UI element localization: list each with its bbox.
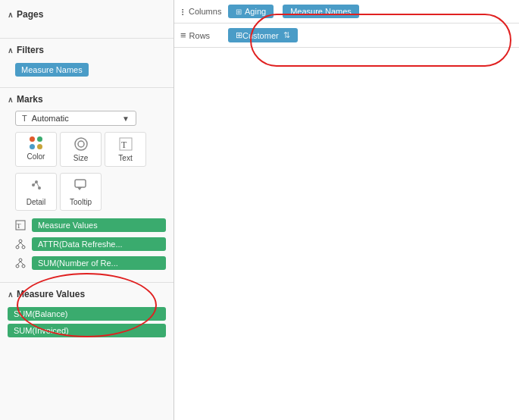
svg-rect-9 bbox=[75, 180, 86, 187]
svg-line-8 bbox=[36, 182, 39, 188]
marks-item-measure-values: T Measure Values bbox=[15, 217, 166, 234]
pages-section-header[interactable]: ∧ Pages bbox=[0, 6, 174, 23]
marks-attr-data-label: ATTR(Data Refreshe... bbox=[38, 240, 123, 249]
detail-icon bbox=[29, 177, 44, 196]
left-panel: ∧ Pages ∧ Filters Measure Names ∧ Marks … bbox=[0, 0, 174, 420]
marks-buttons-row2: Detail Tooltip bbox=[15, 173, 166, 211]
filter-measure-names-label: Measure Names bbox=[21, 65, 83, 74]
columns-measure-names-pill[interactable]: Measure Names bbox=[283, 5, 359, 18]
marks-sum-number-pill[interactable]: SUM(Number of Re... bbox=[32, 256, 166, 270]
measure-values-content: SUM(Balance) SUM(Invoiced) bbox=[0, 302, 174, 345]
marks-text-label: Text bbox=[118, 154, 132, 162]
sum-balance-label: SUM(Balance) bbox=[14, 309, 68, 318]
sum-invoiced-pill[interactable]: SUM(Invoiced) bbox=[8, 324, 166, 337]
right-panel: ⫶ Columns ⊞ Aging Measure Names ≡ Rows ⊞… bbox=[174, 0, 519, 420]
color-icon bbox=[30, 136, 43, 150]
marks-size-button[interactable]: Size bbox=[60, 132, 102, 167]
rows-label: ≡ Rows bbox=[180, 30, 222, 41]
pages-content bbox=[0, 23, 174, 35]
svg-point-15 bbox=[22, 246, 25, 249]
customer-sort-icon: ⇅ bbox=[283, 30, 290, 40]
rows-customer-label: Customer bbox=[242, 31, 279, 40]
rows-customer-pill[interactable]: ⊞ Customer ⇅ bbox=[228, 28, 298, 42]
svg-point-19 bbox=[16, 265, 19, 268]
sum-balance-pill[interactable]: SUM(Balance) bbox=[8, 307, 166, 321]
svg-text:T: T bbox=[17, 222, 21, 230]
canvas-area bbox=[174, 48, 519, 420]
marks-text-button[interactable]: T Text bbox=[105, 132, 146, 167]
columns-text: Columns bbox=[189, 7, 221, 16]
marks-color-label: Color bbox=[27, 152, 45, 161]
marks-measure-values-label: Measure Values bbox=[38, 221, 98, 230]
svg-line-17 bbox=[20, 243, 23, 246]
svg-line-21 bbox=[17, 262, 20, 265]
marks-dropdown-t-icon: T bbox=[22, 114, 27, 123]
svg-text:T: T bbox=[121, 139, 127, 150]
pages-chevron: ∧ bbox=[8, 11, 13, 19]
marks-section-header[interactable]: ∧ Marks bbox=[0, 91, 174, 108]
measure-values-chevron: ∧ bbox=[8, 290, 13, 299]
customer-prefix-icon: ⊞ bbox=[236, 30, 242, 40]
columns-row: ⫶ Columns ⊞ Aging Measure Names bbox=[174, 0, 519, 24]
marks-network-icon-2 bbox=[15, 258, 29, 268]
columns-aging-pill[interactable]: ⊞ Aging bbox=[228, 5, 274, 18]
marks-content: T Automatic ▼ Color bbox=[0, 108, 174, 279]
marks-size-label: Size bbox=[73, 154, 88, 162]
marks-detail-button[interactable]: Detail bbox=[15, 173, 57, 211]
svg-point-13 bbox=[19, 240, 22, 243]
svg-point-20 bbox=[22, 265, 25, 268]
marks-attr-data-pill[interactable]: ATTR(Data Refreshe... bbox=[32, 237, 166, 251]
svg-line-7 bbox=[33, 182, 36, 185]
divider-1 bbox=[0, 38, 174, 39]
filters-chevron: ∧ bbox=[8, 46, 13, 55]
text-icon: T bbox=[118, 136, 133, 152]
svg-point-0 bbox=[75, 138, 87, 150]
pages-label: Pages bbox=[17, 9, 43, 20]
size-icon bbox=[73, 136, 89, 152]
marks-buttons-row1: Color Size T Text bbox=[15, 132, 166, 167]
rows-icon: ≡ bbox=[180, 30, 186, 41]
svg-line-22 bbox=[20, 262, 23, 265]
marks-detail-label: Detail bbox=[27, 198, 46, 206]
measure-values-label: Measure Values bbox=[17, 289, 85, 299]
marks-tooltip-label: Tooltip bbox=[70, 198, 92, 206]
marks-label: Marks bbox=[17, 94, 43, 105]
divider-2 bbox=[0, 87, 174, 88]
columns-label: ⫶ Columns bbox=[180, 6, 222, 17]
marks-t-icon: T bbox=[15, 220, 29, 230]
marks-item-attr-data: ATTR(Data Refreshe... bbox=[15, 236, 166, 252]
aging-prefix-icon: ⊞ bbox=[236, 8, 242, 16]
divider-3 bbox=[0, 282, 174, 283]
sum-invoiced-label: SUM(Invoiced) bbox=[14, 326, 69, 335]
measure-values-section-header[interactable]: ∧ Measure Values bbox=[0, 286, 174, 302]
marks-color-button[interactable]: Color bbox=[15, 132, 57, 167]
marks-tooltip-button[interactable]: Tooltip bbox=[60, 173, 102, 211]
marks-chevron: ∧ bbox=[8, 96, 13, 104]
svg-line-16 bbox=[17, 243, 20, 246]
columns-measure-names-label: Measure Names bbox=[290, 7, 352, 16]
filters-section-header[interactable]: ∧ Filters bbox=[0, 42, 174, 58]
svg-point-14 bbox=[16, 246, 19, 249]
marks-item-sum-number: SUM(Number of Re... bbox=[15, 255, 166, 271]
columns-aging-label: Aging bbox=[245, 7, 266, 16]
svg-point-18 bbox=[19, 259, 22, 262]
rows-text: Rows bbox=[189, 31, 211, 40]
marks-measure-values-pill[interactable]: Measure Values bbox=[32, 218, 166, 232]
marks-dropdown-label: Automatic bbox=[32, 114, 122, 123]
svg-point-1 bbox=[78, 141, 84, 147]
marks-network-icon-1 bbox=[15, 239, 29, 249]
marks-type-dropdown[interactable]: T Automatic ▼ bbox=[15, 111, 136, 126]
columns-icon: ⫶ bbox=[180, 6, 186, 17]
filter-measure-names-pill[interactable]: Measure Names bbox=[15, 63, 89, 77]
marks-dropdown-arrow: ▼ bbox=[122, 114, 130, 123]
filters-content: Measure Names bbox=[0, 58, 174, 84]
marks-sum-number-label: SUM(Number of Re... bbox=[38, 259, 118, 268]
rows-row: ≡ Rows ⊞ Customer ⇅ bbox=[174, 24, 519, 48]
filters-label: Filters bbox=[17, 45, 44, 55]
tooltip-icon bbox=[73, 177, 89, 196]
svg-marker-10 bbox=[77, 187, 82, 190]
